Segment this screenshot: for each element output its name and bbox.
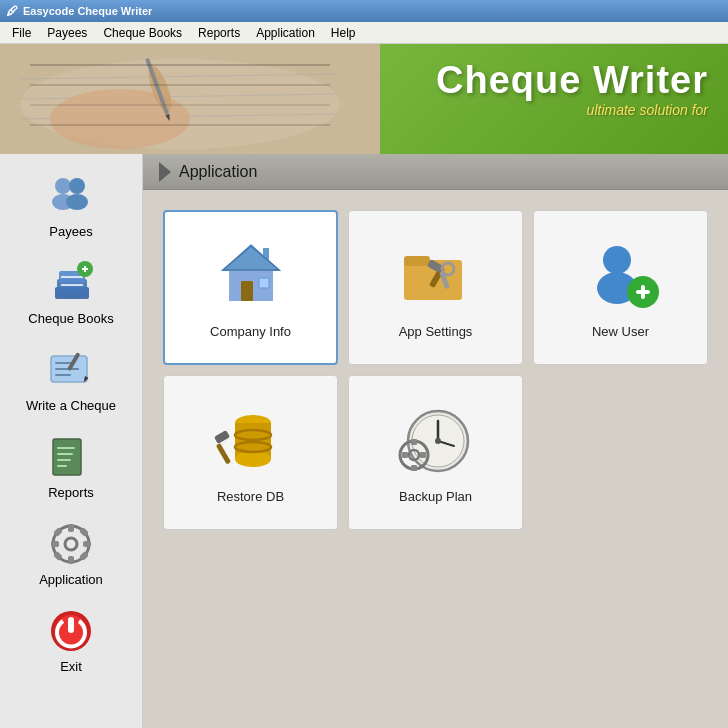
svg-rect-68 [213, 430, 229, 444]
header-main-title: Cheque Writer [436, 59, 708, 102]
write-cheque-icon [47, 346, 95, 394]
cheque-books-icon [47, 259, 95, 307]
main-layout: Payees Cheque Books [0, 154, 728, 728]
sidebar-cheque-books-label: Cheque Books [28, 311, 113, 326]
header-subtitle: ultimate solution for [436, 102, 708, 118]
sidebar-btn-application[interactable]: Application [0, 510, 142, 597]
svg-point-33 [65, 538, 77, 550]
svg-rect-34 [68, 524, 74, 532]
restore-db-icon [211, 401, 291, 481]
sidebar-btn-reports[interactable]: Reports [0, 423, 142, 510]
app-settings-icon [396, 236, 476, 316]
menu-cheque-books[interactable]: Cheque Books [95, 24, 190, 42]
sidebar-btn-exit[interactable]: Exit [0, 597, 142, 684]
sidebar-exit-label: Exit [60, 659, 82, 674]
restore-db-label: Restore DB [217, 489, 284, 504]
app-icon: 🖊 [6, 4, 18, 18]
sidebar: Payees Cheque Books [0, 154, 143, 728]
menubar: File Payees Cheque Books Reports Applica… [0, 22, 728, 44]
svg-marker-45 [221, 244, 281, 271]
svg-rect-30 [57, 459, 71, 461]
svg-rect-31 [57, 465, 67, 467]
app-settings-label: App Settings [399, 324, 473, 339]
svg-rect-79 [420, 452, 426, 458]
content-header: Application [143, 154, 728, 190]
menu-help[interactable]: Help [323, 24, 364, 42]
payees-icon [47, 172, 95, 220]
svg-rect-28 [57, 447, 75, 449]
svg-rect-20 [84, 266, 86, 272]
svg-rect-78 [402, 452, 408, 458]
sidebar-payees-label: Payees [49, 224, 92, 239]
sidebar-btn-write-cheque[interactable]: Write a Cheque [0, 336, 142, 423]
svg-rect-47 [241, 281, 253, 301]
svg-rect-37 [83, 541, 91, 547]
company-info-label: Company Info [210, 324, 291, 339]
application-grid: Company Info [143, 190, 728, 550]
sidebar-reports-label: Reports [48, 485, 94, 500]
menu-file[interactable]: File [4, 24, 39, 42]
section-title: Application [179, 163, 257, 181]
application-icon [47, 520, 95, 568]
menu-reports[interactable]: Reports [190, 24, 248, 42]
header-photo-svg [0, 44, 380, 154]
titlebar: 🖊 Easycode Cheque Writer [0, 0, 728, 22]
header-photo [0, 44, 380, 154]
sidebar-application-label: Application [39, 572, 103, 587]
grid-item-backup-plan[interactable]: Backup Plan [348, 375, 523, 530]
grid-item-restore-db[interactable]: Restore DB [163, 375, 338, 530]
header-banner: Cheque Writer ultimate solution for [0, 44, 728, 154]
svg-point-57 [603, 246, 631, 274]
svg-point-73 [435, 438, 441, 444]
svg-rect-29 [57, 453, 73, 455]
sidebar-btn-cheque-books[interactable]: Cheque Books [0, 249, 142, 336]
sidebar-btn-payees[interactable]: Payees [0, 162, 142, 249]
sidebar-write-cheque-label: Write a Cheque [26, 398, 116, 413]
menu-application[interactable]: Application [248, 24, 323, 42]
svg-point-9 [55, 178, 71, 194]
exit-icon [47, 607, 95, 655]
svg-rect-61 [641, 285, 645, 299]
new-user-label: New User [592, 324, 649, 339]
svg-point-12 [66, 194, 88, 210]
svg-point-11 [69, 178, 85, 194]
grid-item-app-settings[interactable]: App Settings [348, 210, 523, 365]
backup-plan-label: Backup Plan [399, 489, 472, 504]
reports-icon [47, 433, 95, 481]
svg-rect-27 [53, 439, 81, 475]
grid-item-company-info[interactable]: Company Info [163, 210, 338, 365]
content-area: Application [143, 154, 728, 728]
svg-rect-36 [51, 541, 59, 547]
svg-rect-44 [68, 617, 74, 633]
svg-rect-67 [215, 443, 230, 465]
svg-rect-76 [411, 439, 417, 445]
svg-point-64 [235, 451, 271, 467]
svg-rect-52 [404, 256, 430, 266]
company-info-icon [211, 236, 291, 316]
svg-rect-24 [55, 374, 71, 376]
grid-item-new-user[interactable]: New User [533, 210, 708, 365]
svg-rect-48 [259, 278, 269, 288]
menu-payees[interactable]: Payees [39, 24, 95, 42]
new-user-icon [581, 236, 661, 316]
svg-rect-35 [68, 556, 74, 564]
titlebar-title: Easycode Cheque Writer [23, 5, 152, 17]
svg-rect-23 [55, 368, 79, 370]
header-title-block: Cheque Writer ultimate solution for [436, 59, 708, 118]
backup-plan-icon [396, 401, 476, 481]
section-arrow-icon [159, 162, 171, 182]
svg-rect-77 [411, 465, 417, 471]
